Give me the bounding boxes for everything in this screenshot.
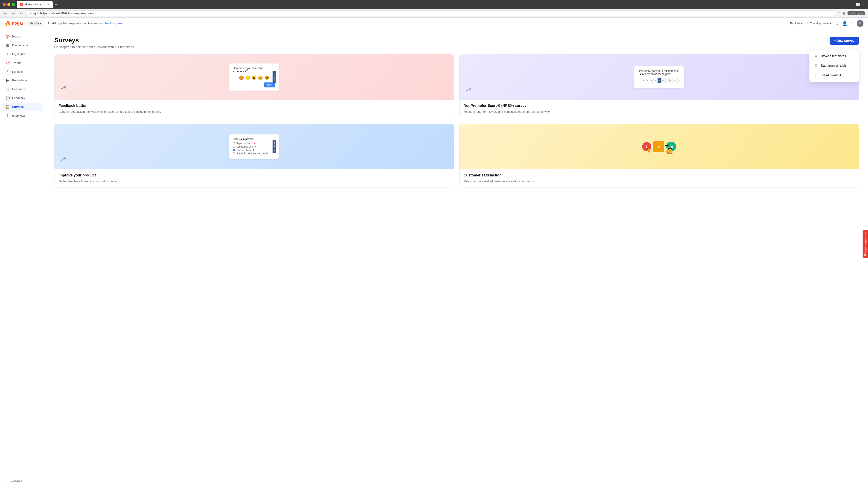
tab-favicon: H [20, 3, 23, 6]
collapse-label: Collapse [11, 479, 22, 482]
refresh-btn[interactable]: ↻ [19, 10, 24, 16]
emoji-1: 😡 [239, 75, 244, 80]
sidebar-label-interviews: Interviews [12, 114, 26, 117]
users-icon[interactable]: 👤 [842, 21, 847, 26]
language-label: English [790, 22, 800, 25]
restore-browser-btn[interactable]: ⬜ [856, 3, 860, 6]
figure-left: 🧍 [645, 147, 652, 155]
sidebar-label-home: Home [12, 35, 20, 38]
nps-arrow-decoration: ↗ [464, 84, 473, 95]
radio-3 [233, 149, 235, 151]
sidebar-item-dashboards[interactable]: ▦ Dashboards [2, 41, 43, 50]
address-input[interactable] [26, 10, 835, 16]
sidebar-label-recordings: Recordings [12, 78, 27, 82]
sidebar-item-feedback[interactable]: 💬 Feedback [2, 94, 43, 102]
back-btn[interactable]: ← [3, 10, 8, 16]
page-title: Surveys [54, 37, 134, 44]
favorites-icon[interactable]: ☆ [835, 21, 839, 26]
dropdown-item-browse[interactable]: ≡ Browse templates [809, 51, 859, 61]
ai-create-label: Let AI create it [821, 73, 841, 77]
new-survey-button[interactable]: + New survey [830, 37, 859, 45]
browser-actions: ☆ ⊞ 🕵 Incognito [838, 11, 865, 15]
dropdown-item-scratch[interactable]: □ Start from scratch [809, 61, 859, 70]
page-subtitle: Get inspired to ask the right questions … [54, 45, 134, 49]
app-layout: 🔥 hotjar shopify ▾ 11 trial days left · … [0, 18, 868, 488]
rate-your-experience-tab[interactable]: Rate your experience [863, 230, 868, 258]
sidebar-label-dashboards: Dashboards [12, 43, 28, 47]
mock-question-text: How would you rate your experience? [233, 67, 275, 73]
card-body-improve: Improve your product Gather feedback to … [55, 169, 454, 188]
dropdown-item-ai[interactable]: ✦ Let AI create it [809, 70, 859, 80]
sidebar-item-recordings[interactable]: ▶ Recordings [2, 76, 43, 85]
trends-icon: 📈 [5, 61, 10, 65]
sidebar: 🏠 Home ▦ Dashboards ✦ Highlights 📈 Trend… [0, 29, 45, 488]
mock-nps-scale: 0 1 2 3 4 5 6 7 8 9 10 [638, 78, 680, 83]
card-desc-improve: Gather feedback to make your product bet… [59, 179, 450, 184]
trial-notice: 11 trial days left · keep advanced featu… [48, 22, 785, 25]
hotjar-logo: 🔥 hotjar [4, 21, 23, 26]
bookmark-btn[interactable]: ☆ [838, 11, 841, 15]
option-label-1: Report an issue [237, 142, 252, 144]
card-title-csat: Customer satisfaction [464, 173, 855, 177]
improve-arrow-decoration: ↗ [59, 153, 68, 164]
nps-3: 3 [650, 78, 653, 83]
avatar[interactable]: U [857, 20, 864, 27]
survey-card-csat[interactable]: 1 5 10 🧍 🙋 ☂ Customer satisfaction Meas [459, 124, 859, 188]
minimize-window-btn[interactable] [7, 3, 10, 6]
mock-survey-ui-nps: How likely are you to recommend us to a … [634, 66, 684, 88]
close-browser-btn[interactable]: ✕ [863, 3, 865, 6]
tab-title: Home - Hotjar [25, 3, 42, 6]
sidebar-label-trends: Trends [12, 61, 21, 65]
radio-1 [233, 142, 235, 144]
dropdown-menu: ≡ Browse templates □ Start from scratch … [809, 49, 859, 82]
sidebar-item-home[interactable]: 🏠 Home [2, 32, 43, 41]
minimize-browser-btn[interactable]: — [850, 3, 853, 6]
sidebar-collapse-btn[interactable]: ← Collapse [2, 477, 43, 484]
main-area: 🏠 Home ▦ Dashboards ✦ Highlights 📈 Trend… [0, 29, 868, 488]
sidebar-label-funnels: Funnels [12, 70, 23, 73]
surveys-icon: 📋 [5, 105, 10, 109]
sidebar-item-funnels[interactable]: ⑃ Funnels [2, 68, 43, 76]
content-area: Surveys Get inspired to ask the right qu… [45, 29, 868, 488]
mock-survey-ui-feedback: Feedback How would you rate your experie… [229, 64, 279, 91]
tracking-chevron: ▾ [830, 22, 831, 25]
sidebar-item-interviews[interactable]: 🎙 Interviews [2, 111, 43, 120]
sidebar-item-surveys[interactable]: 📋 Surveys [2, 103, 43, 111]
sidebar-item-trends[interactable]: 📈 Trends [2, 59, 43, 67]
site-selector[interactable]: shopify ▾ [28, 21, 43, 26]
new-tab-btn[interactable]: + [55, 2, 57, 7]
survey-card-feedback-button[interactable]: ↗ Feedback How would you rate your exper… [54, 54, 454, 119]
dot-green-2 [254, 146, 256, 147]
tracking-issue-btn[interactable]: ⚠ Tracking issue ▾ [806, 22, 831, 25]
mock-option-4: Something else (please specify) [233, 152, 275, 155]
close-window-btn[interactable] [3, 3, 6, 6]
page-header: Surveys Get inspired to ask the right qu… [54, 37, 859, 49]
sidebar-label-heatmaps: Heatmaps [12, 88, 26, 91]
maximize-window-btn[interactable] [12, 3, 15, 6]
new-survey-btn-label: + New survey [834, 39, 855, 42]
forward-btn[interactable]: → [11, 10, 16, 16]
card-desc-nps: Measure long-term loyalty and happiness … [464, 109, 855, 114]
card-desc-csat: Measure how satisfied customers are with… [464, 179, 855, 184]
dot-green-3 [253, 149, 254, 151]
heatmaps-icon: ⊞ [5, 87, 10, 91]
sidebar-item-heatmaps[interactable]: ⊞ Heatmaps [2, 85, 43, 93]
tab-close-btn[interactable]: ✕ [48, 3, 50, 6]
help-icon[interactable]: ? [851, 21, 853, 26]
mock-option-1: Report an issue [233, 142, 275, 144]
subscribing-link[interactable]: subscribing now [102, 22, 122, 25]
radio-2 [233, 145, 235, 148]
logo-text: hotjar [12, 21, 23, 26]
survey-card-improve[interactable]: ↗ Feedback Help us improve: Report an is… [54, 124, 454, 188]
active-tab[interactable]: H Home - Hotjar ✕ [17, 1, 53, 8]
sidebar-item-highlights[interactable]: ✦ Highlights [2, 50, 43, 58]
dashboards-icon: ▦ [5, 43, 10, 47]
survey-card-nps[interactable]: ↗ How likely are you to recommend us to … [459, 54, 859, 119]
funnels-icon: ⑃ [5, 70, 10, 74]
tracking-label: Tracking issue [810, 22, 829, 25]
start-scratch-icon: □ [813, 64, 818, 68]
incognito-label: Incognito [853, 12, 864, 15]
mock-option-2: Suggest an idea [233, 145, 275, 148]
language-selector[interactable]: English ▾ [790, 22, 802, 25]
split-view-btn[interactable]: ⊞ [843, 11, 846, 15]
